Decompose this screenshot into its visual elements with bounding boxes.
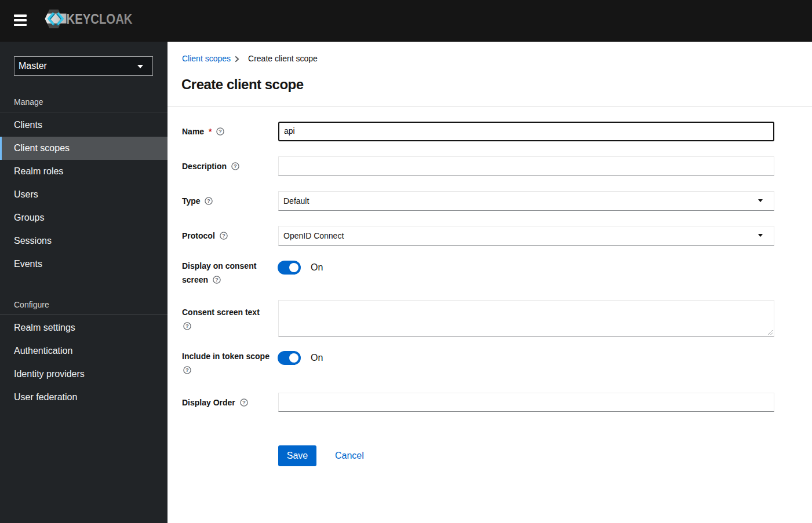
svg-text:?: ?: [242, 399, 246, 405]
svg-text:?: ?: [219, 128, 222, 134]
svg-text:?: ?: [215, 276, 219, 283]
svg-text:?: ?: [207, 198, 211, 204]
svg-text:?: ?: [185, 367, 189, 373]
svg-text:KEYCLOAK: KEYCLOAK: [67, 11, 133, 27]
svg-text:?: ?: [222, 232, 225, 239]
svg-text:?: ?: [185, 323, 189, 329]
svg-text:?: ?: [234, 163, 237, 169]
